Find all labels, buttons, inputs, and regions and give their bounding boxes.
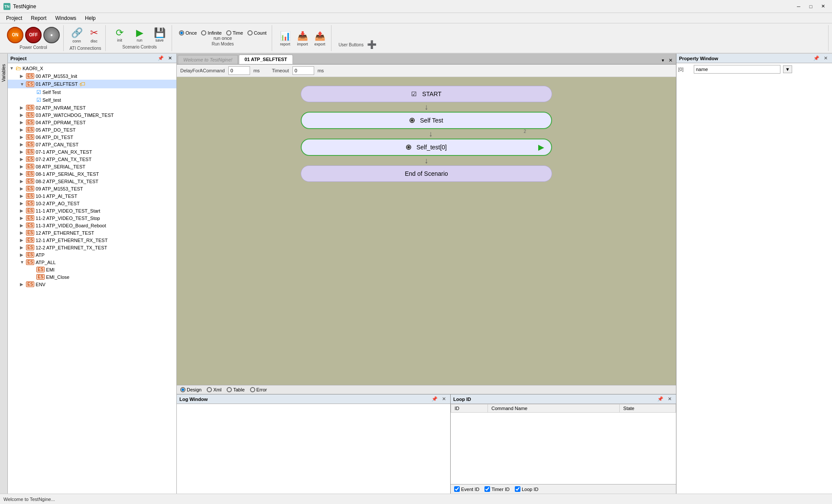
tree-item-root[interactable]: ▼ 🗁 KAORI_X (8, 64, 176, 72)
tab-welcome[interactable]: Welcome to TestNgine! (178, 55, 238, 64)
tree-item-12-2[interactable]: ▶ ES 12-2 ATP_ETHERNET_TX_TEST (8, 244, 176, 251)
tree-item-env[interactable]: ▶ ES ENV (8, 281, 176, 288)
app-title: TestNgine (13, 3, 793, 10)
tree-item-3[interactable]: ▶ ES 03 ATP_WATCHDOG_TIMER_TEST (8, 111, 176, 119)
tree-item-9[interactable]: ▶ ES 09 ATP_M1553_TEST (8, 185, 176, 192)
init-button[interactable]: ⟳ init (111, 27, 128, 44)
radio-dot-1 (410, 118, 415, 123)
flow-node-end[interactable]: End of Scenario (301, 165, 552, 182)
tree-item-selftest[interactable]: ☑ Self Test (8, 88, 176, 96)
view-tab-error[interactable]: Error (250, 387, 267, 392)
variables-tab[interactable]: Variables (0, 54, 8, 494)
tree-item-10-2[interactable]: ▶ ES 10-2 ATP_AO_TEST (8, 200, 176, 207)
variables-label: Variables (0, 62, 7, 84)
power-off-button[interactable]: OFF (25, 27, 42, 43)
check-icon-selftest2: ☑ (36, 97, 41, 103)
flow-node-start[interactable]: ☑ START (301, 86, 552, 102)
scenario-params: DelayForACommand ms Timeout ms (177, 65, 676, 77)
sidebar-close-button[interactable]: ✕ (166, 55, 174, 61)
close-button[interactable]: ✕ (817, 2, 829, 11)
tree-item-11-3[interactable]: ▶ ES 11-3 ATP_VIDEO_Board_Reboot (8, 222, 176, 229)
report-button[interactable]: 📊 report (277, 29, 293, 47)
flow-node-step2[interactable]: Self_test[0] ▶ (301, 139, 552, 156)
play-icon[interactable]: ▶ (538, 142, 544, 152)
tree-item-0[interactable]: ▶ ES 00 ATP_M1553_Init (8, 72, 176, 80)
flow-node-step1[interactable]: Self Test (301, 112, 552, 129)
tree-item-12-1[interactable]: ▶ ES 12-1 ATP_ETHERNET_RX_TEST (8, 236, 176, 244)
maximize-button[interactable]: □ (805, 2, 816, 11)
tree-expand-icon[interactable]: ▼ (10, 66, 16, 71)
menu-help[interactable]: Help (81, 14, 100, 22)
tree-item-7[interactable]: ▶ ES 07 ATP_CAN_TEST (8, 141, 176, 148)
tree-item-8-1[interactable]: ▶ ES 08-1 ATP_SERIAL_RX_TEST (8, 170, 176, 178)
window-controls: ─ □ ✕ (793, 2, 829, 11)
run-button[interactable]: ▶ run (131, 27, 148, 44)
run-mode-once[interactable]: Once (179, 30, 197, 36)
tree-item-emi[interactable]: ES EMI (8, 266, 176, 273)
menu-windows[interactable]: Windows (51, 14, 81, 22)
loop-pin-button[interactable]: 📌 (656, 396, 665, 402)
view-tab-table[interactable]: Table (227, 387, 244, 392)
event-id-check[interactable]: Event ID (454, 486, 479, 492)
run-mode-time[interactable]: Time (226, 30, 243, 36)
power-grey-button[interactable]: ● (43, 27, 60, 43)
log-title: Log Window (179, 397, 208, 402)
import-button[interactable]: 📥 import (295, 29, 310, 47)
log-pin-button[interactable]: 📌 (430, 396, 439, 402)
conn-button[interactable]: 🔗 conn (69, 26, 84, 44)
tree-item-2[interactable]: ▶ ES 02 ATP_NVRAM_TEST (8, 104, 176, 111)
delay-unit: ms (254, 68, 260, 73)
add-user-button-icon[interactable]: ➕ (367, 40, 377, 49)
prop-pin-button[interactable]: 📌 (812, 55, 821, 61)
menu-project[interactable]: Project (2, 14, 26, 22)
tree-item-8[interactable]: ▶ ES 08 ATP_SERIAL_TEST (8, 163, 176, 170)
tab-active[interactable]: 01 ATP_SELFTEST (239, 55, 292, 64)
export-button[interactable]: 📤 export (312, 29, 328, 47)
tree-item-4[interactable]: ▶ ES 04 ATP_DPRAM_TEST (8, 119, 176, 126)
log-close-button[interactable]: ✕ (440, 396, 448, 402)
minimize-button[interactable]: ─ (793, 2, 804, 11)
tree-item-11-1[interactable]: ▶ ES 11-1 ATP_VIDEO_TEST_Start (8, 207, 176, 214)
save-button[interactable]: 💾 save (151, 27, 168, 44)
tree-item-8-2[interactable]: ▶ ES 08-2 ATP_SERIAL_TX_TEST (8, 178, 176, 185)
tree-item-12[interactable]: ▶ ES 12 ATP_ETHERNET_TEST (8, 229, 176, 236)
tree-item-11-2[interactable]: ▶ ES 11-2 ATP_VIDEO_TEST_Stop (8, 214, 176, 222)
tree-item-7-2[interactable]: ▶ ES 07-2 ATP_CAN_TX_TEST (8, 155, 176, 163)
tree-item-atpall[interactable]: ▼ ES ATP_ALL (8, 258, 176, 266)
log-window: Log Window 📌 ✕ (177, 394, 451, 494)
expand-2[interactable]: ▶ (20, 105, 26, 110)
run-modes-label: Run Modes (211, 42, 234, 46)
loop-id-check[interactable]: Loop ID (515, 486, 539, 492)
tree-item-6[interactable]: ▶ ES 06 ATP_DI_TEST (8, 133, 176, 141)
tree-item-10-1[interactable]: ▶ ES 10-1 ATP_AI_TEST (8, 192, 176, 200)
prop-close-button[interactable]: ✕ (822, 55, 829, 61)
tree-item-selftest2[interactable]: ☑ Self_test (8, 96, 176, 104)
user-buttons-label: User Buttons (338, 42, 364, 47)
tree-item-1[interactable]: ▼ ES 01 ATP_SELFTEST 🏷 (8, 80, 176, 88)
timeout-input[interactable] (292, 66, 314, 75)
tree-item-5[interactable]: ▶ ES 05 ATP_DO_TEST (8, 126, 176, 133)
tab-dropdown-button[interactable]: ▾ (660, 57, 666, 64)
tree-item-7-1[interactable]: ▶ ES 07-1 ATP_CAN_RX_TEST (8, 148, 176, 155)
power-on-button[interactable]: ON (7, 27, 23, 43)
timer-id-check[interactable]: Timer ID (484, 486, 510, 492)
canvas-area: ☑ START ↓ Self Test ↓ 2 Se (177, 77, 676, 385)
prop-action-button[interactable]: ▼ (783, 65, 792, 73)
menu-report[interactable]: Report (26, 14, 51, 22)
loop-close-button[interactable]: ✕ (666, 396, 673, 402)
sidebar-pin-button[interactable]: 📌 (156, 55, 166, 61)
delay-input[interactable] (228, 66, 250, 75)
tree-label-root: KAORI_X (23, 66, 43, 71)
expand-0[interactable]: ▶ (20, 74, 26, 78)
run-mode-infinite[interactable]: Infinite (201, 30, 221, 36)
expand-1[interactable]: ▼ (20, 82, 26, 87)
tab-close-button[interactable]: ✕ (667, 57, 674, 64)
prop-name-input[interactable] (694, 65, 780, 74)
disc-button[interactable]: ✂ disc (86, 26, 102, 44)
tree-item-emiclose[interactable]: ES EMI_Close (8, 273, 176, 281)
sidebar-tree: ▼ 🗁 KAORI_X ▶ ES 00 ATP_M1553_Init ▼ ES … (8, 63, 176, 494)
view-tab-xml[interactable]: Xml (207, 387, 221, 392)
view-tab-design[interactable]: Design (180, 387, 202, 392)
run-mode-count[interactable]: Count (247, 30, 266, 36)
tree-item-atp[interactable]: ▶ ES ATP (8, 251, 176, 258)
